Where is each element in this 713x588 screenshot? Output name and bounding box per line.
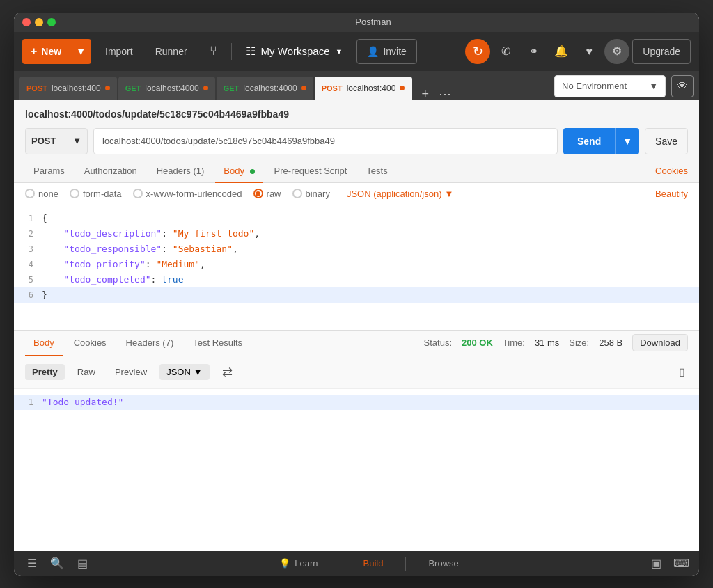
copy-response-button[interactable]: ▯ [676,364,688,380]
layout-button[interactable]: ▣ [646,554,666,573]
tab-method-3: GET [224,84,240,93]
cookie-button[interactable]: ▤ [72,554,92,573]
resp-line-content-1: "Todo updated!" [42,395,123,410]
radio-none[interactable] [25,189,35,198]
send-label: Send [563,136,615,147]
radio-form-data[interactable] [70,189,79,198]
save-button[interactable]: Save [645,128,688,154]
format-preview-button[interactable]: Preview [108,364,154,380]
option-form-data[interactable]: form-data [70,189,122,199]
send-dropdown-arrow[interactable]: ▼ [615,128,639,154]
format-json-label: JSON [166,367,191,377]
format-raw-button[interactable]: Raw [70,364,102,380]
resp-tab-body[interactable]: Body [25,331,63,356]
radio-raw[interactable] [253,189,263,198]
tab-tests[interactable]: Tests [358,160,395,183]
download-button[interactable]: Download [632,334,688,351]
add-tab-button[interactable]: + [418,88,432,100]
heart-icon-button[interactable]: ♥ [577,39,602,64]
build-nav-item[interactable]: Build [357,555,389,571]
import-label: Import [105,46,133,57]
size-label: Size: [569,337,589,348]
radio-urlencoded[interactable] [133,189,143,198]
option-none[interactable]: none [25,189,58,199]
format-json-chevron-icon: ▼ [194,367,203,377]
workspace-button[interactable]: ☷ My Workspace ▼ [237,39,352,64]
tab-body[interactable]: Body [215,160,263,183]
radio-inner [256,191,260,196]
sync-button[interactable]: ↻ [465,39,490,64]
code-editor[interactable]: 1 { 2 "todo_description": "My first todo… [14,205,699,331]
app-window: Postman + New ▼ Import Runner ⑂ ☷ My Wor… [14,13,699,576]
pre-request-label: Pre-request Script [274,166,347,176]
code-line-4: 4 "todo_priority": "Medium", [14,257,699,272]
resp-tab-headers[interactable]: Headers (7) [118,331,182,356]
line-num-1: 1 [14,211,42,226]
minimize-button[interactable] [35,18,43,26]
method-value: POST [31,136,56,146]
keyboard-button[interactable]: ⌨ [671,554,691,573]
format-pretty-button[interactable]: Pretty [25,364,65,380]
invite-button[interactable]: 👤 Invite [356,39,416,64]
send-button[interactable]: Send ▼ [563,128,639,154]
resp-tab-cookies[interactable]: Cookies [65,331,115,356]
resp-tab-test-results[interactable]: Test Results [185,331,251,356]
tab-method-4: POST [322,84,343,93]
tab-pre-request[interactable]: Pre-request Script [266,160,356,183]
learn-nav-item[interactable]: 💡 Learn [274,555,323,571]
browse-nav-item[interactable]: Browse [423,555,464,571]
tab-headers[interactable]: Headers (1) [148,160,213,183]
url-heading: localhost:4000/todos/update/5c18c975c04b… [14,100,699,122]
more-tabs-button[interactable]: ⋯ [436,88,454,100]
tab-3[interactable]: GET localhost:4000 [217,77,313,100]
format-json-select[interactable]: JSON ▼ [159,364,210,380]
fork-button[interactable]: ⑂ [201,39,226,64]
line-num-3: 3 [14,241,42,257]
runner-button[interactable]: Runner [147,39,196,64]
tab-authorization[interactable]: Authorization [76,160,146,183]
word-wrap-button[interactable]: ⇄ [215,362,240,383]
status-label: Status: [424,337,452,348]
option-binary[interactable]: binary [292,189,330,199]
maximize-button[interactable] [47,18,56,26]
tab-2[interactable]: GET localhost:4000 [118,77,215,100]
line-content-5: "todo_completed": true [42,272,184,287]
json-type-chevron-icon: ▼ [444,189,453,199]
tests-label: Tests [366,166,387,176]
tab-method-2: GET [125,84,141,93]
option-urlencoded[interactable]: x-www-form-urlencoded [133,189,242,199]
satellite-icon-button[interactable]: ⚭ [521,39,546,64]
tab-1[interactable]: POST localhost:400 [19,77,117,100]
resp-test-results-label: Test Results [193,337,242,348]
environment-select[interactable]: No Environment ▼ [554,75,666,97]
tab-4[interactable]: POST localhost:400 [315,77,412,100]
bell-icon-button[interactable]: 🔔 [549,39,574,64]
tab-cookies[interactable]: Cookies [655,166,688,176]
status-value: 200 OK [462,337,493,348]
resp-body-label: Body [33,337,54,348]
settings-icon-button[interactable]: ⚙ [604,39,629,64]
eye-button[interactable]: 👁 [671,75,694,97]
option-raw[interactable]: raw [253,189,281,199]
browse-label: Browse [428,558,458,569]
close-button[interactable] [22,18,31,26]
import-button[interactable]: Import [97,39,141,64]
radio-binary[interactable] [292,189,302,198]
tab-dot-4 [400,86,405,90]
method-select[interactable]: POST ▼ [25,128,88,154]
json-type-select[interactable]: JSON (application/json) ▼ [347,189,453,199]
tab-params[interactable]: Params [25,160,73,183]
phone-icon-button[interactable]: ✆ [493,39,518,64]
url-input[interactable] [93,128,558,154]
time-value: 31 ms [535,337,559,348]
new-button[interactable]: + New ▼ [22,39,91,64]
line-content-3: "todo_responsible": "Sebastian", [42,241,238,257]
upgrade-button[interactable]: Upgrade [632,39,691,64]
sidebar-toggle-button[interactable]: ☰ [22,554,42,573]
response-status: Status: 200 OK Time: 31 ms Size: 258 B D… [424,334,688,351]
beautify-button[interactable]: Beautify [655,189,688,199]
tab-dot-2 [203,86,208,90]
json-type-label: JSON (application/json) [347,189,442,199]
search-button[interactable]: 🔍 [47,554,67,573]
new-dropdown-arrow[interactable]: ▼ [70,39,91,64]
